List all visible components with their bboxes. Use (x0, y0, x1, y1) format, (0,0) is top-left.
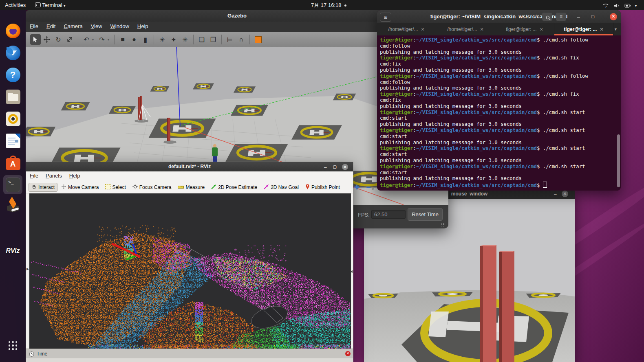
rviz-tool-move-camera[interactable]: Move Camera (58, 183, 101, 192)
gazebo-menu-file[interactable]: File (26, 22, 42, 31)
gazebo-menu-camera[interactable]: Camera (60, 22, 86, 31)
terminal-body[interactable]: tiger@tiger:~/VISIM_single/catkin_ws/src… (377, 35, 621, 191)
fps-value-field[interactable]: 62.50 (371, 210, 406, 219)
gazebo-tool-rotate-icon[interactable]: ↻ (53, 34, 64, 45)
close-icon[interactable]: ✕ (562, 191, 568, 197)
tab-close-icon[interactable]: ✕ (540, 27, 543, 32)
dock-item-gazebo[interactable] (3, 197, 22, 216)
clock-label: 7月 17 16:18 (311, 2, 341, 8)
gazebo-tool-redo-icon[interactable]: ↷ (97, 34, 107, 45)
gazebo-tool-cylinder-icon[interactable]: ▮ (140, 34, 151, 45)
clock[interactable]: 7月 17 16:18 (308, 0, 350, 10)
gazebo-tool-undo-icon[interactable]: ↶ (81, 34, 92, 45)
dock-item-files[interactable] (3, 87, 22, 106)
rviz-tool-2d-nav-goal[interactable]: 2D Nav Goal (261, 183, 302, 192)
activities-button[interactable]: Activities (2, 0, 29, 10)
pointcloud-canvas[interactable] (29, 193, 351, 349)
gazebo-tool-move-icon[interactable] (42, 34, 52, 45)
gazebo-menu-window[interactable]: Window (106, 22, 133, 31)
dropdown-caret-icon[interactable]: ▼ (372, 188, 375, 191)
rviz-icon: RViz (6, 247, 20, 254)
dropdown-caret-icon[interactable]: ▾ (92, 38, 96, 42)
terminal-tab-3[interactable]: tiger@tiger: ...✕ (554, 23, 613, 35)
rviz-tool-focus-camera[interactable]: Focus Camera (130, 183, 174, 192)
tab-close-icon[interactable]: ✕ (600, 27, 603, 32)
gazebo-tool-spark-icon[interactable]: ✦ (168, 34, 179, 45)
dock-item-app-grid[interactable] (3, 336, 22, 355)
tab-list-caret-icon[interactable]: ▼ (613, 23, 621, 35)
rviz-menu-help[interactable]: Help (66, 171, 84, 180)
gazebo-tool-sun-icon[interactable]: ☀ (157, 34, 168, 45)
gazebo-tool-align-icon[interactable]: ⊨ (225, 34, 235, 45)
maximize-button[interactable]: ▢ (333, 165, 337, 169)
move-icon (61, 184, 66, 191)
dropdown-caret-icon[interactable]: ▾ (108, 38, 112, 42)
terminal-tab-0[interactable]: /home/tiger/...✕ (377, 23, 436, 35)
svg-text:?: ? (605, 5, 607, 8)
scrollbar-thumb[interactable] (617, 134, 620, 187)
dock-item-rhythmbox[interactable] (3, 109, 22, 128)
toolbar-separator (154, 35, 154, 44)
menu-icon[interactable]: ≡ (556, 13, 566, 21)
dock-item-thunderbird[interactable] (3, 43, 22, 62)
dock-item-terminal[interactable]: >_ (3, 175, 22, 194)
toolbar-separator (114, 35, 115, 44)
rviz-3d-view[interactable] (29, 193, 351, 349)
gazebo-menu-edit[interactable]: Edit (42, 22, 60, 31)
reset-time-button[interactable]: Reset Time (408, 208, 443, 221)
gazebo-menu-help[interactable]: Help (133, 22, 152, 31)
add-tool-button[interactable]: ✚ (351, 184, 363, 191)
terminal-window: ⊞ tiger@tiger: ~/VISIM_single/catkin_ws/… (377, 10, 621, 191)
gazebo-tool-box-icon[interactable]: ■ (117, 34, 128, 45)
app-menu[interactable]: Terminal ▾ (32, 0, 68, 10)
terminal-titlebar[interactable]: ⊞ tiger@tiger: ~/VISIM_single/catkin_ws/… (377, 10, 621, 23)
gazebo-tool-rays-icon[interactable]: ✳ (180, 34, 190, 45)
rviz-menu-file[interactable]: File (26, 171, 42, 180)
gazebo-tool-copy-icon[interactable]: ❏ (196, 34, 207, 45)
system-tray[interactable]: ? ▾ (596, 0, 640, 10)
terminal-line: publishing and latching message for 3.0 … (380, 49, 615, 55)
pin-icon (305, 184, 310, 191)
gazebo-tool-scale-icon[interactable] (64, 34, 75, 45)
gazebo-tool-model-icon[interactable] (253, 34, 263, 45)
files-icon (6, 90, 20, 104)
terminal-tab-2[interactable]: tiger@tiger: ...✕ (495, 23, 554, 35)
terminal-cursor (543, 182, 547, 188)
tab-close-icon[interactable]: ✕ (421, 27, 425, 32)
rviz-tool-select[interactable]: Select (102, 183, 128, 192)
dock-item-window-indicator[interactable] (3, 219, 22, 238)
gazebo-tool-paste-icon[interactable]: ❐ (208, 34, 218, 45)
close-panel-icon[interactable]: ✕ (345, 351, 351, 356)
rviz-tool-interact[interactable]: Interact (29, 183, 57, 192)
tab-close-icon[interactable]: ✕ (480, 27, 484, 32)
gazebo-tool-sphere-icon[interactable]: ● (129, 34, 139, 45)
new-tab-icon[interactable]: ⊞ (380, 13, 391, 22)
rviz-tool-publish-point[interactable]: Publish Point (302, 183, 343, 192)
panel-expand-left-icon[interactable]: ▶ (26, 267, 29, 271)
dock-item-help[interactable]: ? (3, 65, 22, 84)
close-icon[interactable]: ✕ (610, 13, 617, 20)
rviz-tool-measure[interactable]: Measure (175, 183, 207, 191)
resize-grip[interactable] (441, 222, 445, 226)
time-panel-body (26, 358, 353, 362)
rviz-titlebar[interactable]: default.rviz* - RViz – ▢ ✕ (26, 162, 353, 171)
helipad (193, 83, 214, 90)
dock-item-ubuntu-software[interactable]: A (3, 153, 22, 172)
minimize-button[interactable]: – (324, 164, 327, 169)
gazebo-tool-cursor-icon[interactable] (30, 34, 41, 45)
minimize-button[interactable]: – (577, 14, 580, 20)
volume-icon (614, 3, 620, 8)
maximize-button[interactable]: ▢ (591, 15, 595, 19)
gazebo-menu-view[interactable]: View (87, 22, 106, 31)
dock-item-rviz[interactable]: RViz (3, 241, 22, 260)
gazebo-tool-magnet-icon[interactable]: ∩ (236, 34, 247, 45)
minimize-button[interactable]: – (554, 191, 557, 197)
rviz-menu-panels[interactable]: Panels (42, 171, 66, 180)
search-icon[interactable] (542, 13, 552, 21)
rviz-tool-2d-pose-estimate[interactable]: 2D Pose Estimate (208, 183, 260, 192)
panel-expand-right-icon[interactable]: ◀ (350, 270, 353, 273)
terminal-tab-1[interactable]: /home/tiger/...✕ (436, 23, 495, 35)
dock-item-firefox[interactable] (3, 21, 22, 40)
dock-item-libreoffice-writer[interactable] (3, 131, 22, 150)
close-icon[interactable]: ✕ (342, 164, 348, 170)
